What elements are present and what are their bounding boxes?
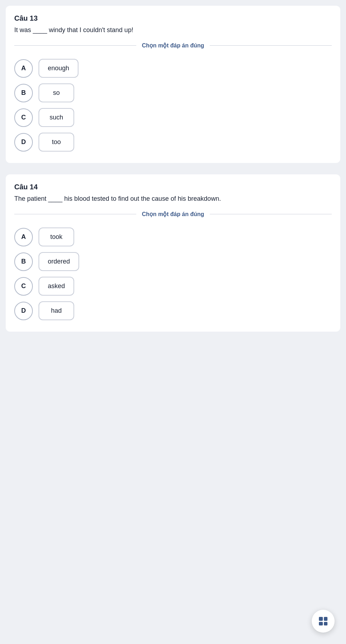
question-text-13: It was ____ windy that I couldn't stand … [14, 25, 332, 35]
option-circle-13-a[interactable]: A [14, 59, 33, 78]
option-box-14-d[interactable]: had [39, 301, 74, 320]
option-row-13-c[interactable]: C such [14, 108, 332, 127]
option-circle-14-b[interactable]: B [14, 252, 33, 271]
option-circle-14-c[interactable]: C [14, 277, 33, 296]
gap-between-cards [0, 163, 346, 169]
option-box-14-b[interactable]: ordered [39, 252, 79, 271]
option-box-13-c[interactable]: such [39, 108, 74, 127]
fab-button[interactable] [312, 610, 335, 633]
option-box-13-b[interactable]: so [39, 83, 74, 102]
options-list-14: A took B ordered C asked D had [14, 228, 332, 320]
option-row-13-b[interactable]: B so [14, 83, 332, 102]
option-box-14-a[interactable]: took [39, 228, 74, 246]
question-number-14: Câu 14 [14, 183, 332, 191]
option-row-14-d[interactable]: D had [14, 301, 332, 320]
option-row-13-a[interactable]: A enough [14, 59, 332, 78]
divider-line-right-14 [210, 214, 332, 214]
option-box-14-c[interactable]: asked [39, 277, 74, 296]
divider-line-left-14 [14, 214, 136, 214]
divider-row-14: Chọn một đáp án đúng [14, 211, 332, 218]
option-box-13-a[interactable]: enough [39, 59, 78, 78]
option-circle-14-d[interactable]: D [14, 302, 33, 320]
option-circle-13-d[interactable]: D [14, 133, 33, 152]
option-box-13-d[interactable]: too [39, 133, 74, 152]
question-card-14: Câu 14 The patient ____ his blood tested… [6, 174, 340, 332]
option-row-14-c[interactable]: C asked [14, 277, 332, 296]
divider-label-13: Chọn một đáp án đúng [136, 42, 210, 49]
option-row-13-d[interactable]: D too [14, 133, 332, 152]
option-row-14-b[interactable]: B ordered [14, 252, 332, 271]
divider-line-left-13 [14, 45, 136, 46]
question-text-14: The patient ____ his blood tested to fin… [14, 194, 332, 204]
option-circle-14-a[interactable]: A [14, 228, 33, 246]
option-row-14-a[interactable]: A took [14, 228, 332, 246]
grid-icon [319, 617, 327, 625]
question-card-13: Câu 13 It was ____ windy that I couldn't… [6, 6, 340, 163]
options-list-13: A enough B so C such D too [14, 59, 332, 152]
option-circle-13-c[interactable]: C [14, 108, 33, 127]
question-number-13: Câu 13 [14, 14, 332, 22]
option-circle-13-b[interactable]: B [14, 84, 33, 102]
divider-label-14: Chọn một đáp án đúng [136, 211, 210, 218]
divider-row-13: Chọn một đáp án đúng [14, 42, 332, 49]
divider-line-right-13 [210, 45, 332, 46]
